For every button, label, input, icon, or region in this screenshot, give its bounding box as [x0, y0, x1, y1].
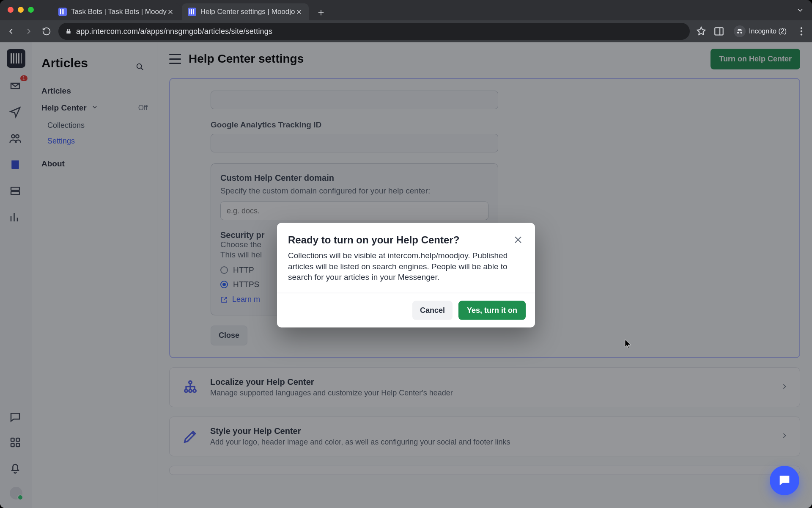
tab-title: Task Bots | Task Bots | Moody: [71, 8, 167, 16]
app-root: 1 Articles Articles: [0, 42, 812, 508]
modal-title: Ready to turn on your Help Center?: [288, 234, 459, 246]
profile-label: Incognito (2): [749, 28, 787, 35]
tab-title: Help Center settings | Moodjo: [200, 8, 295, 16]
kebab-icon[interactable]: [796, 26, 807, 37]
star-icon[interactable]: [696, 26, 707, 37]
browser-tabbar: Task Bots | Task Bots | Moody Help Cente…: [0, 0, 812, 20]
svg-rect-0: [715, 28, 723, 35]
favicon-icon: [58, 8, 67, 16]
forward-button[interactable]: [23, 25, 35, 37]
address-input[interactable]: app.intercom.com/a/apps/nnsgmgob/article…: [58, 23, 690, 40]
close-icon[interactable]: [295, 8, 303, 16]
svg-point-3: [801, 33, 802, 35]
incognito-icon: [734, 25, 746, 37]
reload-button[interactable]: [41, 25, 52, 37]
chevron-down-icon[interactable]: [796, 6, 804, 16]
close-icon[interactable]: [167, 8, 174, 16]
new-tab-button[interactable]: ＋: [314, 5, 328, 19]
browser-tab[interactable]: Task Bots | Task Bots | Moody: [52, 3, 180, 20]
browser-addressbar: app.intercom.com/a/apps/nnsgmgob/article…: [0, 20, 812, 42]
messenger-launcher[interactable]: [770, 466, 799, 495]
modal-body: Collections will be visible at intercom.…: [277, 250, 535, 293]
window-minimize-icon[interactable]: [18, 7, 24, 13]
svg-point-2: [801, 30, 802, 32]
window-zoom-icon[interactable]: [28, 7, 34, 13]
panel-icon[interactable]: [713, 26, 724, 37]
window-traffic-lights: [8, 7, 34, 13]
cancel-button[interactable]: Cancel: [412, 301, 453, 320]
confirm-button[interactable]: Yes, turn it on: [458, 301, 526, 320]
svg-point-1: [801, 27, 802, 29]
close-icon[interactable]: [512, 234, 524, 246]
browser-tab-active[interactable]: Help Center settings | Moodjo: [182, 3, 309, 20]
confirm-modal: Ready to turn on your Help Center? Colle…: [277, 223, 535, 328]
lock-icon: [65, 28, 72, 35]
url-text: app.intercom.com/a/apps/nnsgmgob/article…: [76, 27, 272, 36]
profile-chip[interactable]: Incognito (2): [731, 24, 789, 39]
back-button[interactable]: [5, 25, 17, 37]
favicon-icon: [188, 8, 196, 16]
window-close-icon[interactable]: [8, 7, 14, 13]
